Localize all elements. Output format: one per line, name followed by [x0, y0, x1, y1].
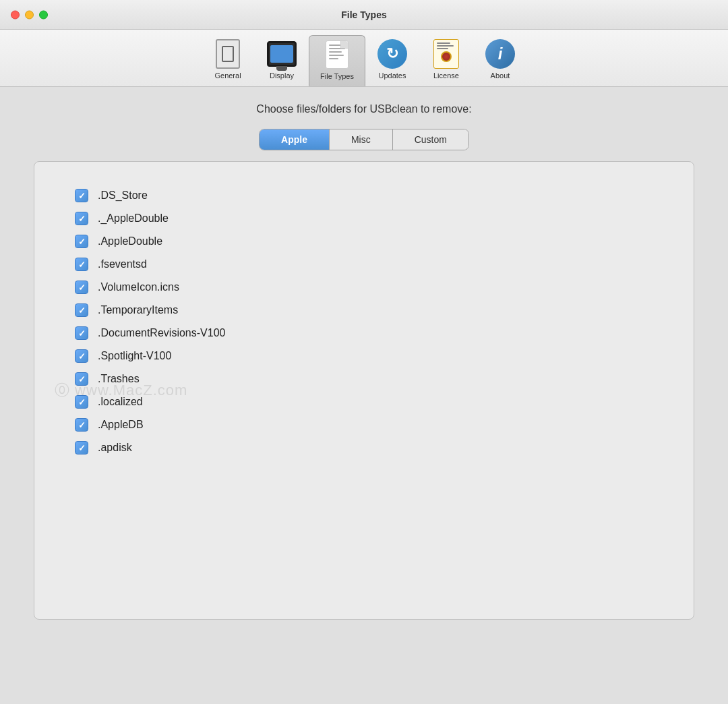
- file-item: .Trashes: [75, 372, 667, 386]
- close-button[interactable]: [11, 10, 20, 19]
- maximize-button[interactable]: [39, 10, 48, 19]
- file-name: .Spotlight-V100: [98, 350, 171, 362]
- toolbar-item-updates[interactable]: ↻ Updates: [365, 35, 419, 86]
- file-checkbox[interactable]: [75, 395, 88, 409]
- tab-misc[interactable]: Misc: [330, 129, 393, 150]
- tab-switcher: Apple Misc Custom: [259, 129, 469, 150]
- file-checkbox[interactable]: [75, 372, 88, 386]
- file-name: .AppleDouble: [98, 235, 162, 247]
- license-icon-container: [431, 39, 461, 69]
- file-list: .DS_Store._AppleDouble.AppleDouble.fseve…: [75, 182, 667, 454]
- toolbar-item-license[interactable]: License: [419, 35, 473, 86]
- file-item: .VolumeIcon.icns: [75, 281, 667, 294]
- file-name: .VolumeIcon.icns: [98, 281, 179, 293]
- file-name: .fseventsd: [98, 258, 147, 270]
- toolbar-label-display: Display: [270, 71, 294, 80]
- updates-icon: ↻: [377, 39, 407, 69]
- updates-arrow: ↻: [386, 45, 398, 63]
- file-item: ._AppleDouble: [75, 212, 667, 225]
- title-bar: File Types: [0, 0, 728, 30]
- file-checkbox[interactable]: [75, 281, 88, 294]
- file-name: .DS_Store: [98, 189, 148, 202]
- file-checkbox[interactable]: [75, 349, 88, 363]
- file-checkbox[interactable]: [75, 303, 88, 317]
- general-icon-container: [213, 39, 243, 69]
- file-item: .Spotlight-V100: [75, 349, 667, 363]
- toolbar-item-about[interactable]: i About: [473, 35, 527, 86]
- file-name: ._AppleDouble: [98, 212, 169, 225]
- file-item: .apdisk: [75, 441, 667, 454]
- display-icon-container: [267, 39, 297, 69]
- license-icon: [433, 39, 459, 69]
- tab-apple[interactable]: Apple: [260, 129, 330, 150]
- minimize-button[interactable]: [25, 10, 34, 19]
- file-name: .localized: [98, 396, 143, 408]
- file-checkbox[interactable]: [75, 441, 88, 454]
- main-content: Choose files/folders for USBclean to rem…: [0, 87, 728, 704]
- window-title: File Types: [341, 9, 386, 20]
- general-icon: [216, 39, 240, 69]
- file-name: .apdisk: [98, 442, 132, 454]
- traffic-lights: [11, 10, 48, 19]
- file-name: .TemporaryItems: [98, 304, 178, 316]
- toolbar-item-display[interactable]: Display: [255, 35, 309, 86]
- toolbar-label-filetypes: File Types: [320, 72, 354, 80]
- toolbar-label-updates: Updates: [378, 71, 406, 80]
- file-name: .DocumentRevisions-V100: [98, 327, 225, 339]
- toolbar-label-about: About: [491, 71, 510, 80]
- file-name: .AppleDB: [98, 419, 144, 431]
- toolbar-item-filetypes[interactable]: File Types: [309, 35, 365, 86]
- file-item: .TemporaryItems: [75, 303, 667, 317]
- filetypes-icon-container: [322, 40, 352, 69]
- file-name: .Trashes: [98, 373, 140, 385]
- file-item: .AppleDB: [75, 418, 667, 432]
- file-item: .fseventsd: [75, 258, 667, 271]
- file-checkbox[interactable]: [75, 326, 88, 340]
- display-icon: [267, 41, 297, 67]
- file-checkbox[interactable]: [75, 189, 88, 202]
- file-item: .DS_Store: [75, 189, 667, 202]
- toolbar: General Display File Type: [0, 30, 728, 87]
- subtitle: Choose files/folders for USBclean to rem…: [256, 103, 471, 115]
- file-checkbox[interactable]: [75, 212, 88, 225]
- toolbar-label-general: General: [214, 71, 241, 80]
- tab-custom[interactable]: Custom: [393, 129, 468, 150]
- content-panel: ⓪ www.MacZ.com .DS_Store._AppleDouble.Ap…: [34, 161, 694, 620]
- updates-icon-container: ↻: [377, 39, 407, 69]
- file-checkbox[interactable]: [75, 235, 88, 248]
- file-item: .AppleDouble: [75, 235, 667, 248]
- about-icon-container: i: [485, 39, 515, 69]
- file-item: .localized: [75, 395, 667, 409]
- file-item: .DocumentRevisions-V100: [75, 326, 667, 340]
- cert-seal: [441, 51, 452, 62]
- toolbar-item-general[interactable]: General: [201, 35, 255, 86]
- filetypes-icon: [326, 40, 348, 69]
- toolbar-label-license: License: [433, 71, 459, 80]
- file-checkbox[interactable]: [75, 418, 88, 432]
- about-icon: i: [485, 39, 515, 69]
- toolbar-items: General Display File Type: [201, 35, 527, 86]
- file-checkbox[interactable]: [75, 258, 88, 271]
